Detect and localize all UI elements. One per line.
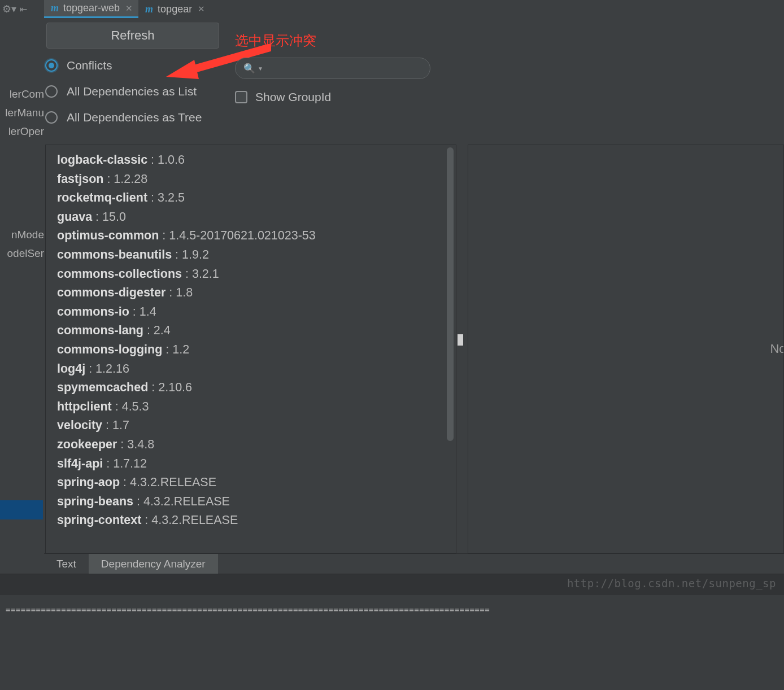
search-input-wrap[interactable]: 🔍 ▼ bbox=[235, 58, 430, 79]
dependency-version: : 2.4 bbox=[143, 324, 171, 337]
refresh-button[interactable]: Refresh bbox=[46, 23, 219, 49]
dependency-item[interactable]: optimus-common : 1.4.5-20170621.021023-5… bbox=[57, 226, 456, 246]
watermark: http://blog.csdn.net/sunpeng_sp bbox=[567, 577, 776, 589]
left-fragment: odelSer bbox=[0, 244, 44, 263]
tab-label: topgear bbox=[158, 3, 192, 15]
tab-text[interactable]: Text bbox=[44, 554, 89, 574]
left-cutoff-panel: lerCom lerManu lerOper nMode odelSer bbox=[0, 85, 44, 263]
checkbox-show-groupid[interactable]: Show GroupId bbox=[235, 90, 331, 104]
dependency-name: commons-beanutils bbox=[57, 248, 172, 261]
dependency-version: : 4.3.2.RELEASE bbox=[133, 495, 230, 508]
dependency-name: commons-digester bbox=[57, 286, 165, 299]
tab-topgear-web[interactable]: m topgear-web ✕ bbox=[44, 0, 138, 18]
left-fragment: lerManu bbox=[0, 103, 44, 122]
dependency-name: spring-context bbox=[57, 513, 141, 527]
dependency-name: fastjson bbox=[57, 172, 103, 186]
dependency-name: commons-io bbox=[57, 305, 129, 318]
tab-label: topgear-web bbox=[63, 2, 120, 14]
dependency-item[interactable]: commons-logging : 1.2 bbox=[57, 340, 456, 360]
dependency-version: : 1.2 bbox=[162, 343, 189, 356]
tab-dependency-analyzer[interactable]: Dependency Analyzer bbox=[89, 554, 218, 574]
tab-label: Dependency Analyzer bbox=[101, 558, 206, 570]
dependency-name: logback-classic bbox=[57, 153, 147, 167]
dependency-name: velocity bbox=[57, 418, 102, 432]
dependency-version: : 1.4 bbox=[129, 305, 156, 318]
left-fragment: lerOper bbox=[0, 122, 44, 141]
left-fragment: lerCom bbox=[0, 85, 44, 103]
tab-topgear[interactable]: m topgear ✕ bbox=[138, 0, 211, 18]
dependency-item[interactable]: commons-beanutils : 1.9.2 bbox=[57, 246, 456, 265]
radio-label: Conflicts bbox=[67, 59, 112, 72]
checkbox-label: Show GroupId bbox=[255, 90, 331, 104]
dependency-name: httpclient bbox=[57, 400, 112, 413]
dependency-version: : 4.5.3 bbox=[112, 400, 149, 413]
detail-pane: Nothin bbox=[468, 145, 784, 553]
dependency-item[interactable]: fastjson : 1.2.28 bbox=[57, 170, 456, 189]
refresh-label: Refresh bbox=[111, 28, 154, 43]
collapse-icon[interactable]: ⇤ bbox=[20, 4, 27, 15]
dependency-item[interactable]: zookeeper : 3.4.8 bbox=[57, 435, 456, 455]
radio-deps-as-list[interactable]: All Dependencies as List bbox=[45, 85, 202, 98]
bottom-tab-bar: Text Dependency Analyzer bbox=[44, 553, 784, 574]
dependency-name: guava bbox=[57, 210, 92, 224]
editor-tabs: m topgear-web ✕ m topgear ✕ bbox=[44, 0, 211, 18]
terminal-line: ========================================… bbox=[6, 605, 778, 614]
split-handle[interactable] bbox=[458, 334, 463, 346]
dependency-name: spring-aop bbox=[57, 475, 120, 489]
dependency-list: logback-classic : 1.0.6fastjson : 1.2.28… bbox=[45, 145, 456, 553]
tab-label: Text bbox=[56, 558, 76, 570]
dependency-name: optimus-common bbox=[57, 229, 159, 242]
dependency-name: commons-logging bbox=[57, 343, 162, 356]
dependency-item[interactable]: commons-lang : 2.4 bbox=[57, 321, 456, 340]
dependency-name: rocketmq-client bbox=[57, 191, 147, 204]
dependency-version: : 1.0.6 bbox=[147, 153, 185, 167]
annotation-text: 选中显示冲突 bbox=[235, 32, 316, 50]
left-selection-highlight bbox=[0, 500, 43, 519]
dependency-version: : 1.7 bbox=[102, 418, 129, 432]
radio-label: All Dependencies as Tree bbox=[67, 111, 202, 124]
dependency-item[interactable]: spring-context : 4.3.2.RELEASE bbox=[57, 511, 456, 530]
dependency-item[interactable]: spring-aop : 4.3.2.RELEASE bbox=[57, 473, 456, 492]
dependency-version: : 1.7.12 bbox=[103, 457, 147, 470]
dependency-version: : 1.2.16 bbox=[85, 362, 129, 375]
dependency-item[interactable]: commons-io : 1.4 bbox=[57, 303, 456, 322]
dependency-item[interactable]: spring-beans : 4.3.2.RELEASE bbox=[57, 492, 456, 512]
dependency-item[interactable]: velocity : 1.7 bbox=[57, 416, 456, 435]
dependency-version: : 1.9.2 bbox=[172, 248, 209, 261]
close-icon[interactable]: ✕ bbox=[198, 4, 205, 14]
radio-conflicts[interactable]: Conflicts bbox=[45, 59, 202, 72]
dependency-item[interactable]: spymemcached : 2.10.6 bbox=[57, 378, 456, 398]
scrollbar[interactable] bbox=[447, 147, 454, 441]
dependency-version: : 2.10.6 bbox=[148, 381, 192, 394]
dependency-item[interactable]: commons-digester : 1.8 bbox=[57, 283, 456, 303]
dependency-version: : 3.2.5 bbox=[147, 191, 185, 204]
dependency-version: : 3.2.1 bbox=[182, 267, 219, 281]
dependency-version: : 1.2.28 bbox=[103, 172, 147, 186]
dependency-name: spring-beans bbox=[57, 495, 133, 508]
dependency-item[interactable]: logback-classic : 1.0.6 bbox=[57, 151, 456, 170]
close-icon[interactable]: ✕ bbox=[125, 3, 133, 14]
dependency-item[interactable]: log4j : 1.2.16 bbox=[57, 360, 456, 379]
search-input[interactable] bbox=[267, 63, 422, 75]
dependency-version: : 3.4.8 bbox=[117, 438, 154, 451]
gear-icon[interactable]: ⚙▾ bbox=[2, 3, 16, 15]
dependency-item[interactable]: commons-collections : 3.2.1 bbox=[57, 265, 456, 284]
dependency-item[interactable]: slf4j-api : 1.7.12 bbox=[57, 455, 456, 474]
dependency-item[interactable]: httpclient : 4.5.3 bbox=[57, 398, 456, 417]
radio-icon bbox=[45, 111, 58, 124]
radio-icon bbox=[45, 85, 58, 98]
terminal-area[interactable]: ========================================… bbox=[0, 595, 784, 690]
chevron-down-icon[interactable]: ▼ bbox=[258, 65, 263, 72]
radio-label: All Dependencies as List bbox=[67, 85, 197, 98]
dependency-name: zookeeper bbox=[57, 438, 117, 451]
dependency-version: : 4.3.2.RELEASE bbox=[141, 513, 238, 527]
dependency-item[interactable]: guava : 15.0 bbox=[57, 208, 456, 227]
dependency-name: spymemcached bbox=[57, 381, 148, 394]
dependency-name: commons-lang bbox=[57, 324, 143, 337]
search-icon: 🔍 bbox=[243, 63, 255, 75]
dependency-name: log4j bbox=[57, 362, 85, 375]
dependency-version: : 15.0 bbox=[92, 210, 126, 224]
dependency-item[interactable]: rocketmq-client : 3.2.5 bbox=[57, 189, 456, 208]
dependency-version: : 1.4.5-20170621.021023-53 bbox=[159, 229, 315, 242]
radio-deps-as-tree[interactable]: All Dependencies as Tree bbox=[45, 111, 202, 124]
